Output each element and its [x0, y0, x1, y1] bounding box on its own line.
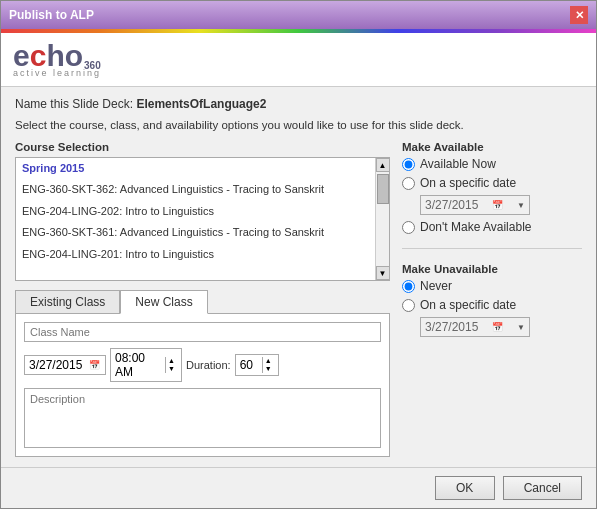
logo-e: e [13, 41, 30, 71]
time-up-arrow[interactable]: ▲ [166, 357, 177, 365]
radio-specific-date-input[interactable] [402, 177, 415, 190]
tabs-container: Existing Class New Class 3/27 [15, 289, 390, 457]
course-item-3[interactable]: ENG-360-SKT-361: Advanced Linguistics - … [16, 222, 375, 243]
make-unavail-calendar-icon[interactable]: 📅 [491, 320, 505, 334]
make-avail-chevron-icon[interactable]: ▼ [517, 201, 525, 210]
make-unavail-date-value: 3/27/2015 [425, 320, 478, 334]
time-input[interactable]: 08:00 AM ▲ ▼ [110, 348, 182, 382]
make-avail-calendar-icon[interactable]: 📅 [491, 198, 505, 212]
tab-new-class[interactable]: New Class [120, 290, 207, 314]
tabs-header: Existing Class New Class [15, 289, 390, 313]
scroll-up-arrow[interactable]: ▲ [376, 158, 390, 172]
duration-up-arrow[interactable]: ▲ [263, 357, 274, 365]
make-avail-date-picker[interactable]: 3/27/2015 📅 ▼ [420, 195, 530, 215]
logo-area: echo360 active learning [1, 33, 596, 87]
radio-available-now-label: Available Now [420, 157, 496, 171]
publish-dialog: Publish to ALP ✕ echo360 active learning… [0, 0, 597, 509]
make-unavailable-section: Make Unavailable Never On a specific dat… [402, 263, 582, 337]
radio-available-now: Available Now [402, 157, 582, 171]
title-bar: Publish to ALP ✕ [1, 1, 596, 29]
make-available-section: Make Available Available Now On a specif… [402, 141, 582, 234]
slide-name-row: Name this Slide Deck: ElementsOfLanguage… [15, 97, 582, 111]
duration-label: Duration: [186, 359, 231, 371]
radio-never-label: Never [420, 279, 452, 293]
make-available-radio-group: Available Now On a specific date 3/27/20… [402, 157, 582, 234]
make-available-label: Make Available [402, 141, 582, 153]
ok-button[interactable]: OK [435, 476, 495, 500]
course-item-4[interactable]: ENG-204-LING-201: Intro to Linguistics [16, 244, 375, 265]
logo-ho: ho [46, 41, 83, 71]
logo-c: c [30, 41, 47, 71]
course-item-1[interactable]: ENG-360-SKT-362: Advanced Linguistics - … [16, 179, 375, 200]
radio-never: Never [402, 279, 582, 293]
instruction-text: Select the course, class, and availabili… [15, 119, 582, 131]
date-value: 3/27/2015 [29, 358, 82, 372]
course-list-scrollbar[interactable]: ▲ ▼ [375, 158, 389, 280]
radio-dont-avail-input[interactable] [402, 221, 415, 234]
date-input[interactable]: 3/27/2015 📅 [24, 355, 106, 375]
duration-down-arrow[interactable]: ▼ [263, 365, 274, 373]
make-unavailable-label: Make Unavailable [402, 263, 582, 275]
scroll-down-arrow[interactable]: ▼ [376, 266, 390, 280]
radio-specific-date-label: On a specific date [420, 176, 516, 190]
course-item-spring[interactable]: Spring 2015 [16, 158, 375, 179]
make-unavailable-radio-group: Never On a specific date 3/27/2015 📅 ▼ [402, 279, 582, 337]
course-list-container: Spring 2015 ENG-360-SKT-362: Advanced Li… [15, 157, 390, 281]
left-panel: Course Selection Spring 2015 ENG-360-SKT… [15, 141, 390, 457]
right-panel: Make Available Available Now On a specif… [402, 141, 582, 457]
course-selection-label: Course Selection [15, 141, 390, 153]
separator [402, 248, 582, 249]
calendar-icon[interactable]: 📅 [87, 358, 101, 372]
course-item-2[interactable]: ENG-204-LING-202: Intro to Linguistics [16, 201, 375, 222]
tab-existing[interactable]: Existing Class [15, 290, 120, 314]
main-panels: Course Selection Spring 2015 ENG-360-SKT… [15, 141, 582, 457]
radio-available-now-input[interactable] [402, 158, 415, 171]
slide-name-value: ElementsOfLanguage2 [136, 97, 266, 111]
make-unavail-chevron-icon[interactable]: ▼ [517, 323, 525, 332]
duration-input[interactable]: 60 ▲ ▼ [235, 354, 279, 377]
slide-name-label: Name this Slide Deck: [15, 97, 133, 111]
close-button[interactable]: ✕ [570, 6, 588, 24]
radio-unavail-date-label: On a specific date [420, 298, 516, 312]
logo-subtitle: active learning [13, 68, 584, 78]
radio-never-input[interactable] [402, 280, 415, 293]
duration-value: 60 [240, 358, 253, 372]
radio-specific-date: On a specific date [402, 176, 582, 190]
class-name-input[interactable] [24, 322, 381, 342]
make-unavail-date-picker[interactable]: 3/27/2015 📅 ▼ [420, 317, 530, 337]
make-avail-date-value: 3/27/2015 [425, 198, 478, 212]
time-spinner[interactable]: ▲ ▼ [165, 357, 177, 374]
content-area: Name this Slide Deck: ElementsOfLanguage… [1, 87, 596, 467]
course-list[interactable]: Spring 2015 ENG-360-SKT-362: Advanced Li… [16, 158, 375, 280]
date-time-row: 3/27/2015 📅 08:00 AM ▲ ▼ Duration: [24, 348, 381, 382]
radio-dont-make-available: Don't Make Available [402, 220, 582, 234]
duration-spinner[interactable]: ▲ ▼ [262, 357, 274, 374]
bottom-bar: OK Cancel [1, 467, 596, 508]
cancel-button[interactable]: Cancel [503, 476, 582, 500]
time-down-arrow[interactable]: ▼ [166, 365, 177, 373]
description-input[interactable] [24, 388, 381, 448]
time-value: 08:00 AM [115, 351, 163, 379]
tab-content-new-class: 3/27/2015 📅 08:00 AM ▲ ▼ Duration: [15, 313, 390, 457]
echo-logo: echo360 [13, 41, 101, 71]
radio-dont-avail-label: Don't Make Available [420, 220, 531, 234]
radio-unavail-date: On a specific date [402, 298, 582, 312]
dialog-title: Publish to ALP [9, 8, 94, 22]
scroll-thumb[interactable] [377, 174, 389, 204]
radio-unavail-date-input[interactable] [402, 299, 415, 312]
